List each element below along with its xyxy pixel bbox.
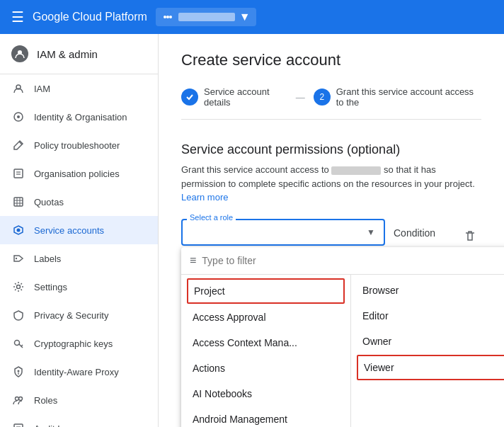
app-layout: IAM & admin IAM Identity & Organisation	[0, 34, 504, 427]
learn-more-link[interactable]: Learn more	[181, 192, 228, 203]
svg-rect-10	[14, 198, 23, 206]
iam-admin-icon	[11, 45, 28, 62]
step2-label: Grant this service account access to the	[336, 86, 481, 108]
section-description: Grant this service account access to so …	[181, 163, 481, 205]
dropdown-filter-row: ≡	[181, 247, 504, 275]
step1-circle	[181, 89, 198, 106]
service-accounts-label: Service accounts	[34, 225, 104, 236]
policy-troubleshooter-label: Policy troubleshooter	[34, 140, 120, 151]
policy-troubleshooter-icon	[11, 138, 25, 152]
role-row: Select a role ▼ ≡ Project	[181, 219, 481, 247]
step1-label: Service account details	[204, 86, 287, 108]
sidebar-item-privacy-security[interactable]: Privacy & Security	[0, 301, 158, 329]
redacted-project	[331, 166, 381, 175]
dropdown-item-project[interactable]: Project	[187, 278, 345, 304]
svg-point-6	[17, 115, 20, 118]
dropdown-item-android-management[interactable]: Android Management	[181, 406, 350, 428]
app-logo: Google Cloud Platform	[33, 11, 147, 23]
svg-point-23	[19, 397, 23, 401]
service-accounts-icon	[11, 223, 25, 237]
svg-point-18	[17, 285, 21, 289]
page-title: Create service account	[181, 51, 481, 69]
sidebar-item-labels[interactable]: Labels	[0, 244, 158, 273]
settings-label: Settings	[34, 282, 67, 292]
svg-point-2	[169, 16, 172, 18]
settings-icon	[11, 280, 25, 294]
org-policies-label: Organisation policies	[34, 169, 120, 179]
privacy-security-icon	[11, 308, 25, 322]
identity-aware-proxy-label: Identity-Aware Proxy	[34, 367, 119, 377]
audit-logs-icon	[11, 421, 25, 427]
labels-label: Labels	[34, 254, 61, 264]
stepper: Service account details — 2 Grant this s…	[181, 86, 481, 120]
section-title: Service account permissions (optional)	[181, 142, 481, 157]
delete-icon	[464, 229, 476, 242]
filter-icon: ≡	[190, 254, 196, 267]
role-select-container: Select a role ▼ ≡ Project	[181, 219, 385, 246]
audit-logs-label: Audit Logs	[34, 423, 77, 428]
identity-aware-proxy-icon	[11, 365, 25, 379]
dropdown-menu: ≡ Project Access Approval Acc	[181, 247, 504, 428]
iam-icon	[11, 81, 25, 96]
org-policies-icon	[11, 166, 25, 181]
sidebar: IAM & admin IAM Identity & Organisation	[0, 34, 159, 427]
privacy-security-label: Privacy & Security	[34, 310, 108, 321]
step2-circle: 2	[314, 89, 331, 106]
condition-label: Condition	[394, 219, 450, 239]
project-dots-icon	[161, 11, 174, 23]
svg-point-1	[166, 16, 169, 18]
dropdown-item-owner[interactable]: Owner	[351, 329, 504, 354]
roles-label: Roles	[34, 395, 57, 406]
svg-point-20	[18, 370, 20, 372]
project-dropdown-icon: ▼	[239, 11, 251, 23]
role-dropdown-trigger[interactable]: ▼	[181, 219, 385, 246]
dropdown-item-actions[interactable]: Actions	[181, 355, 350, 381]
sidebar-item-identity-aware-proxy[interactable]: Identity-Aware Proxy	[0, 358, 158, 386]
svg-point-16	[17, 229, 21, 232]
dropdown-item-viewer[interactable]: Viewer	[357, 355, 504, 380]
crypto-keys-label: Cryptographic keys	[34, 338, 113, 349]
sidebar-header: IAM & admin	[0, 34, 158, 74]
step-divider: —	[296, 92, 305, 103]
svg-point-17	[16, 258, 17, 259]
quotas-icon	[11, 195, 25, 209]
main-content: Create service account Service account d…	[159, 34, 504, 427]
delete-role-button[interactable]	[459, 224, 481, 247]
sidebar-item-identity-org[interactable]: Identity & Organisation	[0, 103, 158, 131]
dropdown-left-column: Project Access Approval Access Context M…	[181, 275, 351, 428]
menu-icon[interactable]: ☰	[11, 8, 24, 25]
sidebar-item-settings[interactable]: Settings	[0, 273, 158, 301]
sidebar-item-policy-troubleshooter[interactable]: Policy troubleshooter	[0, 131, 158, 159]
sidebar-item-org-policies[interactable]: Organisation policies	[0, 159, 158, 188]
dropdown-item-ai-notebooks[interactable]: AI Notebooks	[181, 381, 350, 406]
sidebar-item-quotas[interactable]: Quotas	[0, 188, 158, 216]
iam-label: IAM	[34, 84, 50, 94]
crypto-keys-icon	[11, 336, 25, 351]
dropdown-columns: Project Access Approval Access Context M…	[181, 275, 504, 428]
svg-rect-7	[14, 169, 23, 178]
sidebar-item-crypto-keys[interactable]: Cryptographic keys	[0, 329, 158, 358]
dropdown-item-access-context[interactable]: Access Context Mana...	[181, 330, 350, 355]
sidebar-item-iam[interactable]: IAM	[0, 74, 158, 103]
filter-input[interactable]	[202, 255, 504, 266]
topbar: ☰ Google Cloud Platform ▼	[0, 0, 504, 34]
sidebar-item-roles[interactable]: Roles	[0, 386, 158, 414]
dropdown-item-editor[interactable]: Editor	[351, 303, 504, 329]
svg-point-0	[164, 16, 166, 18]
identity-org-icon	[11, 110, 25, 124]
labels-icon	[11, 251, 25, 266]
dropdown-right-column: Browser Editor Owner Viewer	[351, 275, 504, 428]
svg-point-19	[15, 341, 20, 346]
project-selector[interactable]: ▼	[156, 8, 256, 26]
dropdown-item-access-approval[interactable]: Access Approval	[181, 304, 350, 330]
quotas-label: Quotas	[34, 197, 64, 207]
identity-org-label: Identity & Organisation	[34, 112, 127, 123]
dropdown-item-browser[interactable]: Browser	[351, 278, 504, 303]
dropdown-arrow-icon: ▼	[367, 227, 375, 237]
step-1: Service account details	[181, 86, 287, 108]
step-2: 2 Grant this service account access to t…	[314, 86, 481, 108]
sidebar-title: IAM & admin	[37, 48, 98, 60]
role-dropdown-label: Select a role	[187, 213, 236, 222]
sidebar-item-audit-logs[interactable]: Audit Logs	[0, 414, 158, 427]
sidebar-item-service-accounts[interactable]: Service accounts	[0, 216, 158, 244]
